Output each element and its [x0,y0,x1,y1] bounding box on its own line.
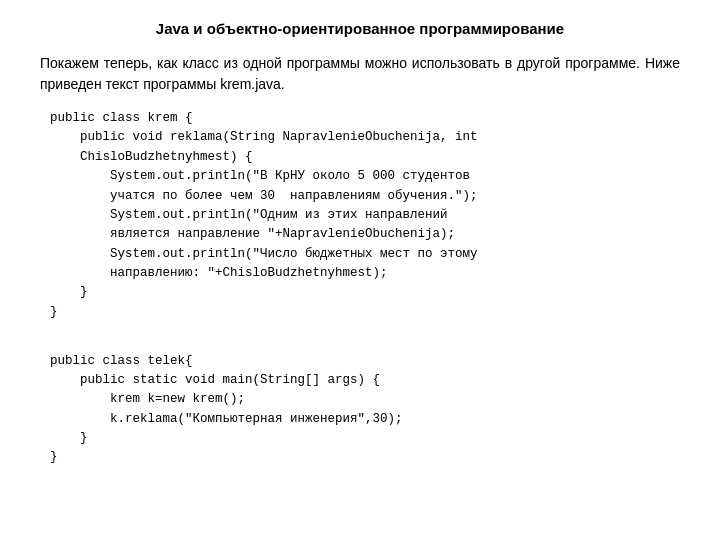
page-title: Java и объектно-ориентированное программ… [40,20,680,37]
code-block-krem: public class krem { public void reklama(… [50,109,680,322]
code-block-telek: public class telek{ public static void m… [50,332,680,468]
intro-paragraph: Покажем теперь, как класс из одной прогр… [40,53,680,95]
page-container: Java и объектно-ориентированное программ… [0,0,720,540]
